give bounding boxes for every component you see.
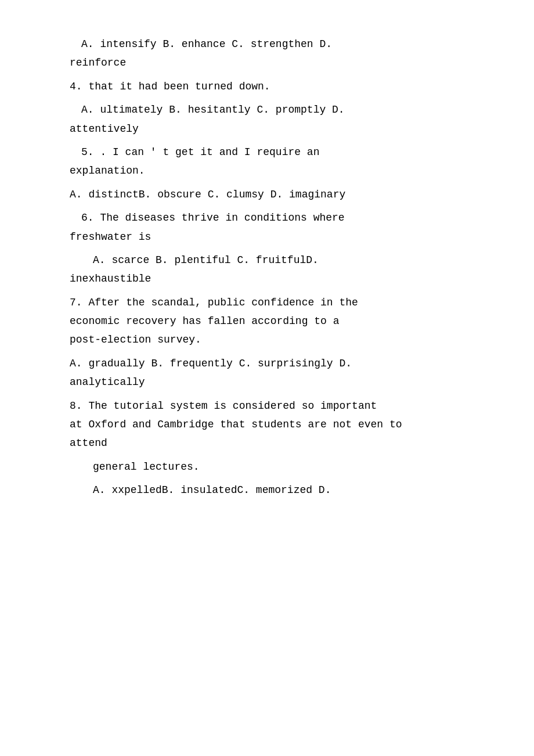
- question-8: 8. The tutorial system is considered so …: [46, 397, 488, 453]
- options-line1: A. intensify B. enhance C. strengthen D.: [46, 35, 488, 53]
- question-8-text: 8. The tutorial system is considered so …: [46, 397, 488, 415]
- options-line11: A. gradually B. frequently C. surprising…: [46, 354, 488, 373]
- options-line1b: reinforce: [46, 53, 488, 72]
- section-options-5: A. distinctB. obscure C. clumsy D. imagi…: [46, 185, 488, 204]
- question-6-text: 6. The diseases thrive in conditions whe…: [46, 208, 488, 227]
- options-line16: A. xxpelledB. insulatedC. memorized D.: [46, 481, 488, 499]
- question-7-text-c: post-election survey.: [46, 330, 488, 349]
- question-4: 4. that it had been turned down.: [46, 77, 488, 96]
- options-line3b: attentively: [46, 120, 488, 138]
- question-5-text: 5. . I can ' t get it and I require an: [46, 143, 488, 161]
- question-6: 6. The diseases thrive in conditions whe…: [46, 208, 488, 246]
- question-8-text-c: attend: [46, 434, 488, 452]
- question-7-text: 7. After the scandal, public confidence …: [46, 293, 488, 312]
- question-6-text-b: freshwater is: [46, 228, 488, 246]
- question-5-text-b: explanation.: [46, 161, 488, 180]
- question-4-text: 4. that it had been turned down.: [46, 77, 488, 96]
- section-options-line1: A. intensify B. enhance C. strengthen D.…: [46, 35, 488, 73]
- section-general-lectures: general lectures.: [46, 458, 488, 476]
- section-options-6: A. scarce B. plentiful C. fruitfulD. ine…: [46, 251, 488, 289]
- options-line5: A. distinctB. obscure C. clumsy D. imagi…: [46, 185, 488, 204]
- options-line7b: inexhaustible: [46, 269, 488, 288]
- section-options-7: A. gradually B. frequently C. surprising…: [46, 354, 488, 392]
- section-options-3: A. ultimately B. hesitantly C. promptly …: [46, 100, 488, 138]
- section-options-8: A. xxpelledB. insulatedC. memorized D.: [46, 481, 488, 499]
- main-content: A. intensify B. enhance C. strengthen D.…: [46, 35, 488, 500]
- question-8-text-b: at Oxford and Cambridge that students ar…: [46, 415, 488, 434]
- question-7: 7. After the scandal, public confidence …: [46, 293, 488, 350]
- question-5: 5. . I can ' t get it and I require an e…: [46, 143, 488, 181]
- general-lectures-text: general lectures.: [46, 458, 488, 476]
- options-line3: A. ultimately B. hesitantly C. promptly …: [46, 100, 488, 119]
- options-line7: A. scarce B. plentiful C. fruitfulD.: [46, 251, 488, 269]
- question-7-text-b: economic recovery has fallen according t…: [46, 312, 488, 330]
- options-line11b: analytically: [46, 373, 488, 391]
